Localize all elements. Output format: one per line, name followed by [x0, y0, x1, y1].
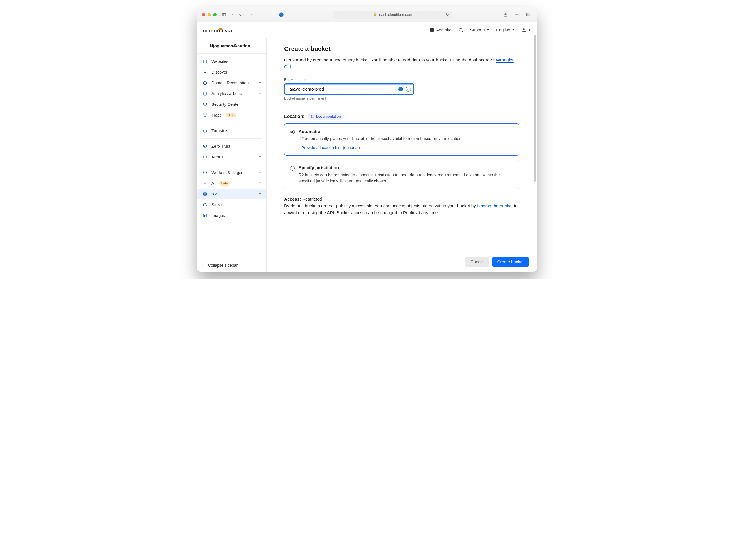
- svg-point-9: [523, 28, 525, 30]
- add-site-label: Add site: [436, 27, 451, 32]
- radio-selected-icon: [290, 130, 295, 134]
- db-icon: [203, 191, 208, 197]
- svg-rect-0: [222, 13, 226, 16]
- bucket-name-label: Bucket name: [284, 77, 519, 82]
- sidebar-item-workers-pages[interactable]: Workers & Pages ▼: [197, 167, 266, 178]
- sidebar-item-domain-registration[interactable]: Domain Registration ▼: [197, 77, 266, 88]
- svg-rect-31: [203, 214, 207, 217]
- sidebar-item-images[interactable]: Images: [197, 210, 266, 221]
- documentation-link[interactable]: Documentation: [308, 113, 344, 120]
- radio-unselected-icon: [290, 166, 295, 171]
- sidebar-item-ai[interactable]: AI Beta ▼: [197, 178, 266, 189]
- sidebar-item-label: Discover: [212, 70, 227, 74]
- location-hint-link[interactable]: › Provide a location hint (optional): [299, 145, 513, 150]
- close-window-button[interactable]: [202, 13, 205, 16]
- sidebar-item-label: Websites: [212, 59, 228, 64]
- sidebar-item-analytics-logs[interactable]: Analytics & Logs ▼: [197, 88, 266, 99]
- svg-rect-6: [527, 13, 529, 16]
- sidebar-item-label: Analytics & Logs: [212, 91, 242, 96]
- zerotrust-icon: [203, 144, 208, 149]
- collapse-sidebar-button[interactable]: « Collapse sidebar: [197, 259, 266, 272]
- reload-icon[interactable]: ↻: [446, 12, 449, 17]
- svg-point-29: [205, 183, 205, 184]
- support-menu[interactable]: Support▼: [470, 27, 489, 32]
- forward-button[interactable]: [247, 11, 255, 18]
- svg-rect-10: [203, 60, 207, 63]
- create-bucket-button[interactable]: Create bucket: [492, 257, 529, 267]
- svg-point-32: [204, 215, 205, 216]
- sidebar-item-zero-trust[interactable]: Zero Trust: [197, 141, 266, 152]
- extension-icon[interactable]: 🔵: [279, 12, 284, 17]
- option-title: Specify jurisdiction: [299, 165, 513, 170]
- sidebar-item-label: Security Center: [212, 102, 240, 107]
- main-content: Create a bucket Get started by creating …: [267, 38, 537, 272]
- footer-actions: Cancel Create bucket: [267, 252, 537, 272]
- tabs-icon[interactable]: [524, 11, 532, 18]
- chevron-right-icon: ›: [299, 146, 300, 149]
- sidebar-item-r2[interactable]: R2 ▼: [197, 189, 266, 199]
- window-icon: [203, 59, 208, 64]
- caret-down-icon: ▼: [528, 28, 531, 31]
- svg-line-14: [204, 70, 204, 70]
- clock-icon: [203, 91, 208, 96]
- window-controls: [202, 13, 217, 16]
- sidebar-item-label: Area 1: [212, 155, 224, 159]
- sidebar-item-discover[interactable]: Discover: [197, 67, 266, 77]
- add-site-button[interactable]: + Add site: [430, 27, 451, 32]
- sidebar-item-stream[interactable]: Stream: [197, 199, 266, 210]
- chevron-down-icon[interactable]: ▼: [231, 13, 234, 16]
- svg-point-28: [206, 184, 206, 184]
- svg-rect-23: [203, 156, 207, 158]
- sidebar-item-label: Workers & Pages: [212, 170, 244, 175]
- sidebar-item-label: Trace: [212, 113, 222, 117]
- location-option-automatic[interactable]: Automatic R2 automatically places your b…: [284, 124, 519, 155]
- svg-point-26: [206, 182, 206, 183]
- option-title: Automatic: [299, 129, 513, 134]
- share-icon[interactable]: [501, 11, 509, 18]
- sidebar-item-label: R2: [212, 192, 217, 196]
- account-selector[interactable]: Njoguamos@outloo...: [197, 38, 266, 54]
- bucket-name-input[interactable]: [284, 83, 414, 95]
- brand-text: CLOUDFLARE: [203, 29, 234, 33]
- back-button[interactable]: [236, 11, 244, 18]
- sidebar-toggle-icon[interactable]: [220, 11, 228, 18]
- sidebar-item-security-center[interactable]: Security Center ▼: [197, 99, 266, 110]
- trace-icon: [203, 113, 208, 118]
- sidebar-item-trace[interactable]: Trace Beta: [197, 110, 266, 120]
- cloudflare-logo[interactable]: ☁ CLOUDFLARE: [203, 27, 234, 33]
- beta-badge: Beta: [226, 113, 236, 117]
- new-tab-icon[interactable]: [513, 11, 521, 18]
- sidebar-item-label: Images: [212, 213, 225, 218]
- sidebar-item-websites[interactable]: Websites: [197, 56, 266, 67]
- sidebar-item-area-1[interactable]: Area 1 ▼: [197, 152, 266, 162]
- svg-point-30: [204, 192, 207, 193]
- binding-bucket-link[interactable]: binding the bucket: [477, 203, 513, 208]
- browser-titlebar: ▼ 🔵 🔒 dash.cloudflare.com ↻: [197, 7, 537, 22]
- account-menu[interactable]: ▼: [521, 27, 531, 33]
- cancel-button[interactable]: Cancel: [465, 257, 489, 267]
- ai-icon: [203, 181, 208, 186]
- chevron-down-icon: ▼: [259, 81, 261, 84]
- url-text: dash.cloudflare.com: [379, 12, 412, 17]
- caret-down-icon: ▼: [512, 28, 514, 31]
- shield-icon: [203, 102, 208, 107]
- minimize-window-button[interactable]: [208, 13, 211, 16]
- globe-icon: [203, 80, 208, 85]
- maximize-window-button[interactable]: [213, 13, 217, 16]
- sidebar-item-label: Zero Trust: [212, 144, 230, 148]
- svg-point-21: [206, 114, 207, 115]
- search-icon[interactable]: [458, 27, 463, 33]
- sidebar-item-turnstile[interactable]: Turnstile: [197, 125, 266, 136]
- intro-text: Get started by creating a new empty buck…: [284, 57, 519, 70]
- mail-icon: [203, 154, 208, 160]
- bucket-name-hint: Bucket name is permanent: [284, 96, 519, 100]
- password-extension-icon[interactable]: 🔵: [398, 87, 403, 91]
- caret-down-icon: ▼: [486, 28, 489, 31]
- scrollbar[interactable]: [533, 35, 536, 182]
- address-bar[interactable]: 🔒 dash.cloudflare.com ↻: [333, 11, 452, 19]
- svg-point-25: [204, 182, 205, 183]
- location-option-jurisdiction[interactable]: Specify jurisdiction R2 buckets can be r…: [284, 160, 519, 190]
- svg-point-12: [204, 71, 206, 73]
- language-menu[interactable]: English▼: [496, 27, 514, 32]
- chevron-down-icon: ▼: [259, 103, 261, 106]
